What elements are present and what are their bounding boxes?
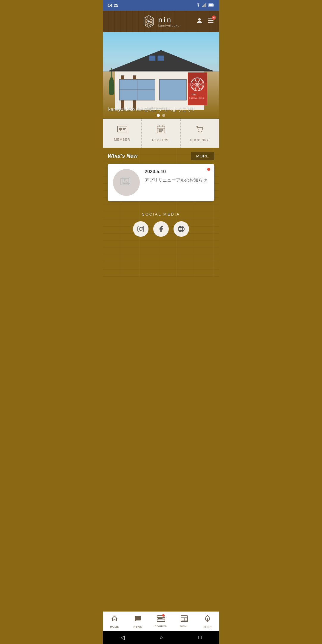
svg-text:nin: nin — [192, 92, 196, 96]
logo-sub: kamiyuidoko — [158, 24, 180, 27]
social-icons — [108, 221, 214, 237]
website-button[interactable] — [174, 221, 189, 237]
svg-rect-45 — [117, 126, 127, 132]
news-unread-badge — [207, 168, 210, 171]
whats-new-section: What's New MORE 2023.5.10 アプリリニューアルのお知らせ… — [103, 148, 219, 277]
svg-rect-30 — [160, 79, 186, 100]
logo-text-group: nin kamiyuidoko — [158, 16, 180, 27]
shopping-icon — [195, 125, 204, 136]
signal-icon — [202, 3, 207, 8]
logo-name: nin — [158, 16, 172, 24]
svg-point-13 — [145, 22, 148, 25]
logo-hexagon-icon — [142, 15, 155, 28]
facebook-button[interactable] — [153, 221, 169, 237]
status-icons — [196, 3, 214, 8]
svg-rect-1 — [204, 5, 205, 7]
svg-point-15 — [148, 21, 150, 23]
menu-item-shopping[interactable]: SHOPPING — [181, 119, 219, 148]
member-label: MEMBER — [114, 138, 130, 141]
svg-rect-63 — [138, 226, 144, 232]
svg-point-46 — [119, 128, 122, 131]
social-section: SOCIAL MEDIA — [103, 206, 219, 244]
svg-rect-3 — [206, 3, 207, 7]
header-actions: N — [196, 17, 214, 26]
instagram-button[interactable] — [133, 221, 148, 237]
svg-rect-56 — [159, 131, 160, 132]
svg-rect-48 — [123, 129, 125, 130]
svg-point-9 — [148, 18, 150, 20]
svg-point-12 — [148, 24, 150, 26]
news-card[interactable]: 2023.5.10 アプリリニューアルのお知らせ — [108, 164, 214, 201]
svg-point-62 — [124, 179, 126, 181]
battery-icon — [208, 3, 214, 8]
whats-new-header: What's New MORE — [103, 148, 219, 164]
logo: nin kamiyuidoko — [142, 15, 180, 28]
social-title: SOCIAL MEDIA — [108, 212, 214, 216]
reserve-icon — [157, 125, 165, 136]
svg-point-58 — [198, 131, 199, 132]
profile-button[interactable] — [196, 17, 203, 26]
svg-point-42 — [196, 83, 199, 86]
shopping-label: SHOPPING — [190, 138, 210, 142]
dot-1[interactable] — [157, 114, 160, 117]
svg-point-14 — [145, 19, 148, 22]
svg-point-59 — [201, 131, 202, 132]
menu-item-member[interactable]: MEMBER — [103, 119, 142, 148]
svg-rect-6 — [209, 4, 213, 6]
svg-point-16 — [198, 18, 201, 21]
dot-2[interactable] — [162, 114, 165, 117]
news-thumbnail — [113, 169, 140, 196]
hero-caption: kamiyuidoko nin 公式アプリへようこそ!! — [108, 106, 194, 113]
svg-point-11 — [150, 22, 152, 25]
reserve-label: RESERVE — [152, 138, 170, 142]
svg-point-64 — [139, 227, 142, 230]
svg-rect-18 — [208, 20, 213, 21]
svg-point-65 — [142, 227, 143, 228]
svg-text:kamiyuidoko: kamiyuidoko — [189, 97, 204, 99]
time: 14:25 — [108, 3, 118, 8]
hero-banner: nin kamiyuidoko kamiyuidoko nin 公式アプリへよう… — [103, 32, 219, 119]
quick-menu: MEMBER RESERVE SHOPPING — [103, 119, 219, 148]
menu-item-reserve[interactable]: RESERVE — [142, 119, 180, 148]
news-content: 2023.5.10 アプリリニューアルのお知らせ — [145, 169, 209, 184]
svg-rect-5 — [214, 4, 214, 6]
svg-rect-55 — [162, 129, 163, 131]
bottom-spacer — [103, 244, 219, 277]
member-icon — [117, 125, 128, 135]
news-text: アプリリニューアルのお知らせ — [145, 177, 209, 184]
svg-rect-57 — [160, 131, 162, 132]
svg-rect-2 — [205, 4, 205, 7]
svg-rect-47 — [123, 128, 126, 129]
wifi-icon — [196, 3, 201, 8]
header: nin kamiyuidoko N — [103, 11, 219, 32]
menu-badge: N — [212, 16, 216, 20]
building-illustration: nin kamiyuidoko — [103, 44, 219, 110]
svg-rect-54 — [160, 129, 162, 131]
svg-rect-53 — [159, 129, 160, 131]
more-button[interactable]: MORE — [191, 152, 214, 160]
menu-button[interactable]: N — [207, 17, 214, 26]
hero-carousel-dots — [157, 114, 165, 117]
svg-rect-19 — [208, 22, 213, 23]
svg-point-10 — [150, 19, 152, 22]
whats-new-title: What's New — [108, 153, 137, 159]
status-bar: 14:25 — [103, 0, 219, 11]
svg-rect-0 — [202, 6, 203, 7]
news-date: 2023.5.10 — [145, 169, 209, 174]
